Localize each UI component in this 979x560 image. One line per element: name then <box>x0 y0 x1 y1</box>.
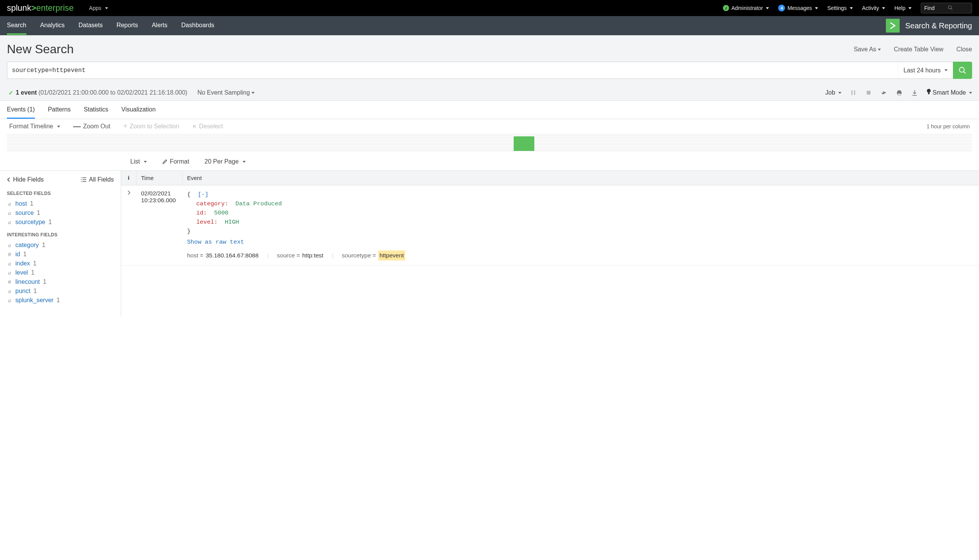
job-menu[interactable]: Job <box>825 89 841 96</box>
collapse-json-button[interactable]: [-] <box>198 191 209 198</box>
appbar: Search Analytics Datasets Reports Alerts… <box>0 16 979 35</box>
format-menu[interactable]: Format <box>162 158 189 165</box>
close-button[interactable]: Close <box>956 46 972 53</box>
svg-rect-5 <box>854 90 855 95</box>
field-category[interactable]: acategory1 <box>7 240 114 250</box>
search-button[interactable] <box>953 62 972 79</box>
page-title: New Search <box>7 42 74 56</box>
tab-dashboards[interactable]: Dashboards <box>181 17 214 35</box>
administrator-menu[interactable]: i Administrator <box>723 5 769 11</box>
field-name[interactable]: splunk_server <box>15 297 53 304</box>
per-page-menu[interactable]: 20 Per Page <box>205 158 246 165</box>
tab-reports[interactable]: Reports <box>117 17 138 35</box>
tab-analytics[interactable]: Analytics <box>40 17 65 35</box>
field-type-icon: a <box>7 297 12 304</box>
list-view-menu[interactable]: List <box>130 158 147 165</box>
expand-event-button[interactable] <box>121 185 137 265</box>
zoom-to-selection-button: +Zoom to Selection <box>124 123 179 130</box>
search-mode-menu[interactable]: Smart Mode <box>927 89 972 97</box>
show-raw-text-link[interactable]: Show as raw text <box>187 237 244 247</box>
chevron-down-icon <box>105 7 108 9</box>
field-count: 1 <box>57 297 60 304</box>
hide-fields-button[interactable]: Hide Fields <box>7 176 44 183</box>
timeline-bar[interactable] <box>514 137 535 151</box>
field-id[interactable]: #id1 <box>7 250 114 259</box>
chevron-down-icon <box>243 161 246 163</box>
tab-statistics[interactable]: Statistics <box>84 106 109 119</box>
meta-source[interactable]: source = http:test <box>277 250 324 260</box>
field-name[interactable]: id <box>15 251 20 258</box>
col-time[interactable]: Time <box>137 171 182 185</box>
tab-events[interactable]: Events (1) <box>7 106 35 119</box>
all-fields-button[interactable]: All Fields <box>80 176 114 183</box>
field-name[interactable]: linecount <box>15 278 40 285</box>
result-tabs: Events (1) Patterns Statistics Visualiza… <box>0 101 979 119</box>
help-menu[interactable]: Help <box>894 5 912 11</box>
format-timeline-menu[interactable]: Format Timeline <box>9 123 60 130</box>
timeline-chart[interactable] <box>7 134 972 151</box>
field-host[interactable]: ahost1 <box>7 199 114 208</box>
field-index[interactable]: aindex1 <box>7 259 114 268</box>
field-name[interactable]: level <box>15 269 28 276</box>
interesting-fields-label: INTERESTING FIELDS <box>7 232 114 237</box>
save-as-button[interactable]: Save As <box>854 46 881 53</box>
tab-datasets[interactable]: Datasets <box>79 17 103 35</box>
tab-visualization[interactable]: Visualization <box>122 106 156 119</box>
tab-alerts[interactable]: Alerts <box>152 17 167 35</box>
create-table-view-button[interactable]: Create Table View <box>894 46 943 53</box>
chevron-down-icon <box>969 92 972 94</box>
svg-rect-9 <box>898 93 901 95</box>
share-button[interactable] <box>880 90 887 95</box>
export-button[interactable] <box>911 90 918 96</box>
tab-search[interactable]: Search <box>7 17 27 35</box>
time-range-picker[interactable]: Last 24 hours <box>898 62 953 79</box>
list-icon <box>80 177 87 182</box>
field-name[interactable]: punct <box>15 288 30 295</box>
stop-button[interactable] <box>865 90 872 95</box>
zoom-out-button[interactable]: —Zoom Out <box>73 123 110 130</box>
field-source[interactable]: asource1 <box>7 208 114 218</box>
svg-rect-6 <box>867 91 870 95</box>
meta-sourcetype[interactable]: sourcetype = httpevent <box>342 250 405 260</box>
field-type-icon: a <box>7 288 12 295</box>
chevron-down-icon <box>766 7 769 9</box>
check-icon: ✓ <box>8 89 13 97</box>
find-input[interactable]: Find <box>921 3 972 13</box>
field-name[interactable]: index <box>15 260 30 267</box>
deselect-button: ✕Deselect <box>192 123 223 130</box>
timeline-scale-label: 1 hour per column <box>927 123 970 130</box>
app-icon <box>886 19 900 33</box>
activity-menu[interactable]: Activity <box>862 5 885 11</box>
logo[interactable]: splunk>enterprise <box>7 3 74 13</box>
field-name[interactable]: host <box>15 200 27 207</box>
tab-patterns[interactable]: Patterns <box>48 106 71 119</box>
messages-badge: 4 <box>778 5 785 12</box>
field-name[interactable]: source <box>15 210 34 217</box>
messages-menu[interactable]: 4 Messages <box>778 5 818 12</box>
event-body: { [-] category: Data Produced id: 5000 l… <box>182 185 979 265</box>
field-name[interactable]: sourcetype <box>15 219 45 226</box>
field-punct[interactable]: apunct1 <box>7 287 114 296</box>
apps-menu[interactable]: Apps <box>89 5 108 11</box>
search-input[interactable]: sourcetype=httpevent <box>7 62 898 79</box>
svg-line-3 <box>964 71 966 73</box>
settings-menu[interactable]: Settings <box>827 5 853 11</box>
field-count: 1 <box>30 200 33 207</box>
field-name[interactable]: category <box>15 242 39 248</box>
field-linecount[interactable]: #linecount1 <box>7 277 114 287</box>
event-sampling-menu[interactable]: No Event Sampling <box>197 89 254 96</box>
chevron-down-icon <box>850 7 853 9</box>
chevron-down-icon <box>144 161 147 163</box>
meta-host[interactable]: host = 35.180.164.67:8088 <box>187 250 259 260</box>
field-splunk_server[interactable]: asplunk_server1 <box>7 296 114 305</box>
field-sourcetype[interactable]: asourcetype1 <box>7 218 114 227</box>
field-count: 1 <box>23 251 27 258</box>
field-level[interactable]: alevel1 <box>7 268 114 277</box>
field-type-icon: a <box>7 210 12 217</box>
pause-button[interactable] <box>850 90 857 95</box>
col-info[interactable]: i <box>121 171 137 185</box>
search-row: sourcetype=httpevent Last 24 hours <box>0 62 979 85</box>
search-icon <box>947 5 969 12</box>
event-time: 02/02/2021 10:23:06.000 <box>137 185 182 265</box>
print-button[interactable] <box>896 90 903 95</box>
